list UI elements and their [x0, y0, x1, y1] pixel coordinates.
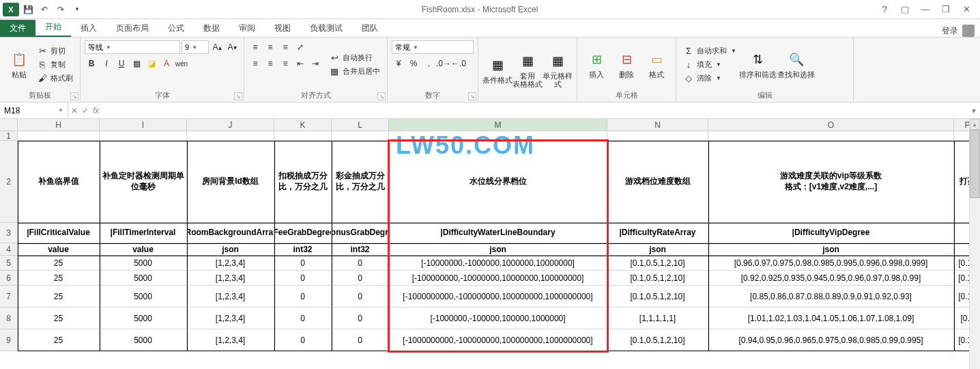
table-cell[interactable]: |FeeGrabDegree: [274, 223, 332, 243]
table-cell[interactable]: 0: [332, 286, 389, 308]
row-header-6[interactable]: 6: [0, 271, 18, 286]
cancel-formula-button[interactable]: ✕: [71, 106, 78, 115]
align-right-button[interactable]: ≡: [278, 57, 292, 70]
orientation-button[interactable]: ⤢: [293, 40, 307, 54]
table-cell[interactable]: |DifficultyRateArray: [607, 223, 708, 243]
number-format-combo[interactable]: 常规▼: [392, 40, 474, 54]
save-button[interactable]: 💾: [20, 2, 35, 17]
tab-insert[interactable]: 插入: [71, 20, 106, 37]
tab-formulas[interactable]: 公式: [158, 20, 194, 37]
table-cell[interactable]: 5000: [100, 308, 187, 329]
borders-button[interactable]: ▦: [130, 57, 143, 70]
conditional-format-button[interactable]: ▦条件格式: [482, 40, 513, 99]
fill-button[interactable]: ↓填充▼: [680, 59, 739, 71]
table-cell[interactable]: json: [607, 243, 708, 256]
autosum-button[interactable]: Σ自动求和▼: [680, 45, 739, 57]
table-cell[interactable]: [0.1,0.5,1,2,10]: [607, 256, 708, 271]
row-header-8[interactable]: 8: [0, 308, 18, 329]
row-header-7[interactable]: 7: [0, 286, 18, 308]
table-cell[interactable]: [0.96,0.97,0.975,0.98,0.985,0.995,0.996,…: [708, 256, 954, 271]
tab-data[interactable]: 数据: [194, 20, 229, 37]
alignment-dialog-launcher[interactable]: ↘: [377, 92, 386, 100]
sort-filter-button[interactable]: ⇅排序和筛选: [739, 40, 777, 89]
table-cell[interactable]: [0.1,0.5,1,2,10]: [607, 329, 708, 351]
enter-formula-button[interactable]: ✓: [82, 106, 89, 115]
table-cell[interactable]: [0.1,0.5,1,2,10]: [607, 271, 708, 286]
table-cell[interactable]: 0: [332, 329, 389, 351]
table-cell[interactable]: json: [187, 243, 274, 256]
tab-view[interactable]: 视图: [265, 20, 300, 37]
tab-load-test[interactable]: 负载测试: [300, 20, 352, 37]
format-as-table-button[interactable]: ▦套用 表格格式: [513, 40, 543, 99]
qat-customize-button[interactable]: ▼: [70, 2, 85, 17]
table-cell[interactable]: 5000: [100, 286, 187, 308]
paste-button[interactable]: 📋 粘贴: [4, 40, 34, 89]
table-cell[interactable]: 25: [18, 329, 100, 351]
tab-review[interactable]: 审阅: [229, 20, 265, 37]
table-cell[interactable]: 25: [18, 271, 100, 286]
row-header-1[interactable]: 1: [0, 131, 18, 141]
format-painter-button[interactable]: 🖌格式刷: [34, 72, 76, 85]
table-cell[interactable]: 25: [18, 256, 100, 271]
tab-team[interactable]: 团队: [352, 20, 388, 37]
redo-button[interactable]: ↷: [53, 2, 68, 17]
tab-file[interactable]: 文件: [0, 20, 35, 37]
clipboard-dialog-launcher[interactable]: ↘: [70, 92, 78, 100]
font-size-combo[interactable]: 9▼: [182, 40, 209, 54]
table-cell[interactable]: [0.94,0.95,0.96,0.965,0.975,0.98,0.985,0…: [708, 329, 954, 351]
insert-cells-button[interactable]: ⊞插入: [581, 40, 611, 89]
phonetic-button[interactable]: wén: [175, 57, 188, 70]
table-cell[interactable]: [-10000000,-1000000,1000000,10000000]: [389, 256, 607, 271]
table-cell[interactable]: json: [389, 243, 607, 256]
table-cell[interactable]: [187, 131, 274, 141]
table-cell[interactable]: 0: [274, 286, 332, 308]
minimize-button[interactable]: —: [916, 2, 935, 17]
bold-button[interactable]: B: [85, 57, 98, 70]
expand-formula-bar-button[interactable]: ▾: [968, 106, 980, 115]
table-cell[interactable]: 0: [332, 256, 389, 271]
tab-page-layout[interactable]: 页面布局: [106, 20, 158, 37]
wrap-text-button[interactable]: ↩自动换行: [326, 52, 383, 64]
table-cell[interactable]: [389, 131, 607, 141]
font-dialog-launcher[interactable]: ↘: [234, 92, 242, 100]
table-cell[interactable]: 游戏难度关联的vip等级系数 格式：[v1难度,v2难度,...]: [708, 141, 954, 223]
table-cell[interactable]: [0.85,0.86,0.87,0.88,0.89,0.9,0.91,0.92,…: [708, 286, 954, 308]
table-cell[interactable]: [18, 131, 100, 141]
column-header-M[interactable]: M: [389, 119, 607, 131]
row-header-2[interactable]: 2: [0, 141, 18, 223]
table-cell[interactable]: value: [18, 243, 100, 256]
align-center-button[interactable]: ≡: [263, 57, 277, 70]
table-cell[interactable]: |DifficultyWaterLineBoundary: [389, 223, 607, 243]
table-cell[interactable]: 补鱼临界值: [18, 141, 100, 223]
table-cell[interactable]: 5000: [100, 271, 187, 286]
row-header-9[interactable]: 9: [0, 329, 18, 351]
ribbon-display-options-button[interactable]: ▢: [895, 2, 914, 17]
table-cell[interactable]: [1,2,3,4]: [187, 256, 274, 271]
worksheet[interactable]: HIJKLMNOP 123456789 补鱼临界值补鱼定时器检测周期单位毫秒房间…: [0, 119, 980, 369]
increase-indent-button[interactable]: ⇥: [308, 57, 322, 70]
table-cell[interactable]: [708, 131, 954, 141]
column-header-J[interactable]: J: [187, 119, 274, 131]
avatar-icon[interactable]: [962, 25, 975, 37]
table-cell[interactable]: value: [100, 243, 187, 256]
format-cells-button[interactable]: ▭格式: [642, 40, 672, 89]
comma-style-button[interactable]: ,: [422, 57, 435, 70]
table-cell[interactable]: 水位线分界档位: [389, 141, 607, 223]
percent-style-button[interactable]: %: [407, 57, 420, 70]
copy-button[interactable]: ⎘复制: [34, 59, 76, 71]
name-box[interactable]: M18 ▼: [0, 102, 68, 118]
table-cell[interactable]: [-1000000,-100000,100000,1000000]: [389, 308, 607, 329]
align-left-button[interactable]: ≡: [248, 57, 262, 70]
table-cell[interactable]: 补鱼定时器检测周期单位毫秒: [100, 141, 187, 223]
table-cell[interactable]: [607, 131, 708, 141]
table-cell[interactable]: 游戏档位难度数组: [607, 141, 708, 223]
underline-button[interactable]: U: [115, 57, 128, 70]
table-cell[interactable]: [332, 131, 389, 141]
table-cell[interactable]: 扣税抽成万分比，万分之几: [274, 141, 332, 223]
increase-font-button[interactable]: A▴: [210, 40, 224, 54]
table-cell[interactable]: [1,2,3,4]: [187, 271, 274, 286]
help-button[interactable]: ?: [875, 2, 894, 17]
font-color-button[interactable]: A: [160, 57, 173, 70]
table-cell[interactable]: |DifficultyVipDegree: [708, 223, 954, 243]
close-button[interactable]: ✕: [957, 2, 976, 17]
